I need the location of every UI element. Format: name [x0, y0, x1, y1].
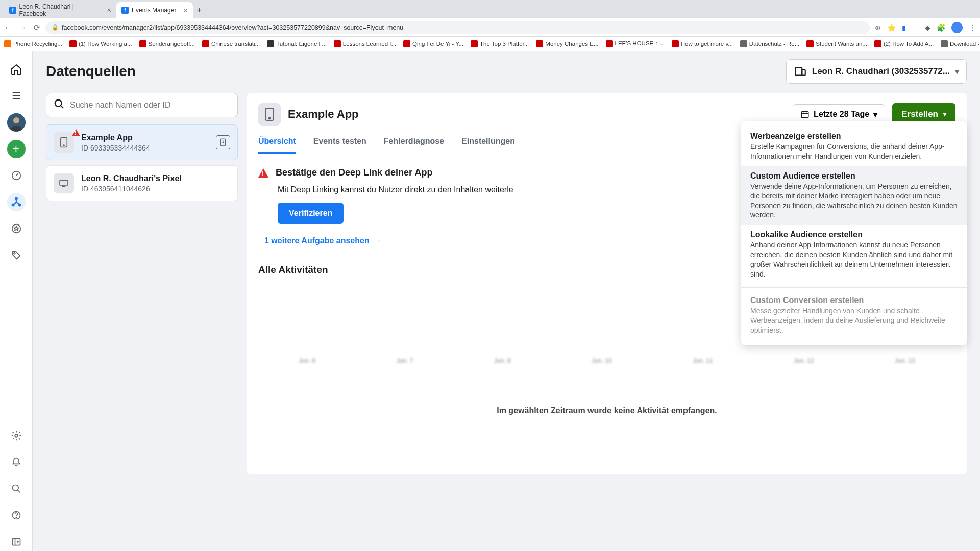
- bookmark-item[interactable]: Sonderangebot!...: [139, 40, 195, 47]
- bookmark-item[interactable]: Phone Recycling...: [4, 40, 62, 47]
- xaxis-tick: Jun. 6: [299, 357, 315, 364]
- svg-point-1: [13, 117, 19, 123]
- ext-icon[interactable]: ⬚: [912, 23, 919, 32]
- url-text: facebook.com/events/manager2/list/app/69…: [62, 24, 403, 31]
- menu-icon[interactable]: ⋮: [969, 23, 976, 32]
- collapse-icon[interactable]: [7, 533, 26, 551]
- svg-point-17: [63, 145, 64, 146]
- dropdown-item-title: Werbeanzeige erstellen: [750, 132, 958, 141]
- svg-point-3: [15, 198, 17, 200]
- page-title: Datenquellen: [46, 63, 136, 80]
- activity-chart: Im gewählten Zeitraum wurde keine Aktivi…: [258, 357, 955, 464]
- dropdown-item[interactable]: Custom Audience erstellen Verwende deine…: [741, 166, 967, 226]
- tag-icon[interactable]: [7, 246, 26, 264]
- close-icon[interactable]: ×: [183, 6, 187, 14]
- chevron-down-icon: ▾: [873, 110, 877, 119]
- tab-item[interactable]: Einstellungen: [461, 131, 515, 154]
- bookmark-item[interactable]: (2) How To Add A...: [874, 40, 934, 47]
- forward-icon[interactable]: →: [19, 23, 27, 32]
- back-icon[interactable]: ←: [4, 23, 12, 32]
- svg-rect-13: [795, 67, 802, 75]
- ext-icon[interactable]: ◆: [925, 23, 930, 32]
- left-nav-rail: ☰ +: [0, 51, 33, 551]
- user-avatar[interactable]: [7, 113, 26, 132]
- arrow-right-icon: →: [374, 236, 382, 245]
- facebook-icon: f: [9, 7, 16, 14]
- browser-tab-1[interactable]: f Events Manager ×: [116, 2, 193, 18]
- gear-icon[interactable]: [7, 427, 26, 445]
- facebook-app: ☰ +: [0, 51, 980, 551]
- datasource-item[interactable]: Example App ID 693395334444364: [46, 124, 238, 160]
- search-input[interactable]: [46, 93, 238, 117]
- bookmark-item[interactable]: The Top 3 Platfor...: [471, 40, 529, 47]
- toolbar-right: ⊕ ⭐ ▮ ⬚ ◆ 🧩 ⋮: [875, 22, 976, 33]
- dropdown-item-title: Lookalike Audience erstellen: [750, 230, 958, 239]
- hamburger-icon[interactable]: ☰: [7, 87, 26, 105]
- gauge-icon[interactable]: [7, 166, 26, 185]
- account-name: Leon R. Chaudhari (3032535772...: [812, 66, 950, 77]
- browser-tab-0[interactable]: f Leon R. Chaudhari | Facebook ×: [4, 2, 116, 18]
- create-dropdown-menu: Werbeanzeige erstellen Erstelle Kampagne…: [741, 121, 967, 345]
- ext-icon[interactable]: 🧩: [937, 23, 945, 32]
- home-icon[interactable]: [7, 60, 26, 79]
- star-icon[interactable]: [7, 219, 26, 238]
- xaxis-tick: Jun. 11: [693, 357, 713, 364]
- bell-icon[interactable]: [7, 453, 26, 471]
- bookmark-item[interactable]: Tutorial: Eigene F...: [267, 40, 327, 47]
- content-area: Datenquellen Leon R. Chaudhari (30325357…: [33, 51, 980, 551]
- svg-point-21: [269, 118, 271, 119]
- ext-icon[interactable]: ▮: [902, 23, 906, 32]
- profile-avatar[interactable]: [951, 22, 963, 33]
- zoom-icon[interactable]: ⊕: [875, 23, 881, 32]
- tab-title: Leon R. Chaudhari | Facebook: [19, 3, 100, 17]
- search-field[interactable]: [70, 101, 230, 110]
- help-icon[interactable]: [7, 506, 26, 524]
- tab-item[interactable]: Events testen: [313, 131, 366, 154]
- bookmark-item[interactable]: Chinese translati...: [202, 40, 260, 47]
- bookmark-item[interactable]: Student Wants an...: [806, 40, 867, 47]
- dropdown-item-desc: Erstelle Kampagnen für Conversions, die …: [750, 142, 958, 161]
- verify-button[interactable]: Verifizieren: [278, 203, 344, 224]
- bookmark-item[interactable]: (1) How Working a...: [69, 40, 132, 47]
- tab-item[interactable]: Fehlerdiagnose: [384, 131, 444, 154]
- datasource-list: Example App ID 693395334444364 Leon R. C…: [46, 93, 238, 474]
- bookmark-item[interactable]: Money Changes E...: [536, 40, 598, 47]
- svg-rect-22: [801, 112, 808, 118]
- tab-item[interactable]: Übersicht: [258, 131, 296, 154]
- business-icon: [794, 65, 807, 78]
- svg-rect-14: [802, 70, 805, 76]
- bookmark-item[interactable]: LEE'S HOUSE：...: [606, 40, 665, 47]
- chart-empty-msg: Im gewählten Zeitraum wurde keine Aktivi…: [497, 406, 717, 415]
- download-icon[interactable]: [216, 135, 230, 149]
- bookmark-item[interactable]: Download - Cooki...: [941, 40, 980, 47]
- dropdown-item[interactable]: Werbeanzeige erstellen Erstelle Kampagne…: [741, 127, 967, 166]
- main-panel: Example App Letzte 28 Tage ▾ Erstellen ▾…: [247, 93, 967, 474]
- more-tasks-label: 1 weitere Aufgabe ansehen: [264, 236, 370, 245]
- chart-xaxis: Jun. 6Jun. 7Jun. 8Jun. 10Jun. 11Jun. 12J…: [258, 357, 955, 364]
- nav-icons: ← → ⟳: [4, 23, 40, 32]
- url-field[interactable]: 🔒 facebook.com/events/manager2/list/app/…: [45, 21, 870, 34]
- browser-chrome: f Leon R. Chaudhari | Facebook × f Event…: [0, 0, 980, 51]
- dropdown-item[interactable]: Lookalike Audience erstellen Anhand dein…: [741, 225, 967, 284]
- bookmark-item[interactable]: Qing Fei De Yi - Y...: [403, 40, 463, 47]
- dropdown-item-title: Custom Audience erstellen: [750, 171, 958, 181]
- ds-name: Example App: [81, 133, 209, 142]
- bookmark-item[interactable]: How to get more v...: [672, 40, 733, 47]
- dropdown-item: Custom Conversion erstellen Messe geziel…: [741, 291, 967, 340]
- datasource-item[interactable]: Leon R. Chaudhari's Pixel ID 46395641104…: [46, 165, 238, 201]
- ds-id: ID 463956411044626: [81, 185, 230, 193]
- lock-icon: 🔒: [52, 24, 59, 31]
- xaxis-tick: Jun. 8: [494, 357, 511, 364]
- connections-icon[interactable]: [7, 193, 26, 211]
- reload-icon[interactable]: ⟳: [34, 23, 40, 32]
- app-icon: [258, 103, 281, 126]
- bookmark-item[interactable]: Lessons Learned f...: [334, 40, 396, 47]
- translate-icon[interactable]: ⭐: [887, 23, 896, 32]
- search-icon[interactable]: [7, 480, 26, 498]
- new-tab-button[interactable]: +: [193, 4, 206, 17]
- add-button[interactable]: +: [7, 140, 26, 158]
- account-dropdown[interactable]: Leon R. Chaudhari (3032535772... ▾: [786, 59, 967, 84]
- bookmark-item[interactable]: Datenschutz - Re...: [740, 40, 799, 47]
- app-icon: [54, 132, 74, 153]
- close-icon[interactable]: ×: [107, 6, 111, 14]
